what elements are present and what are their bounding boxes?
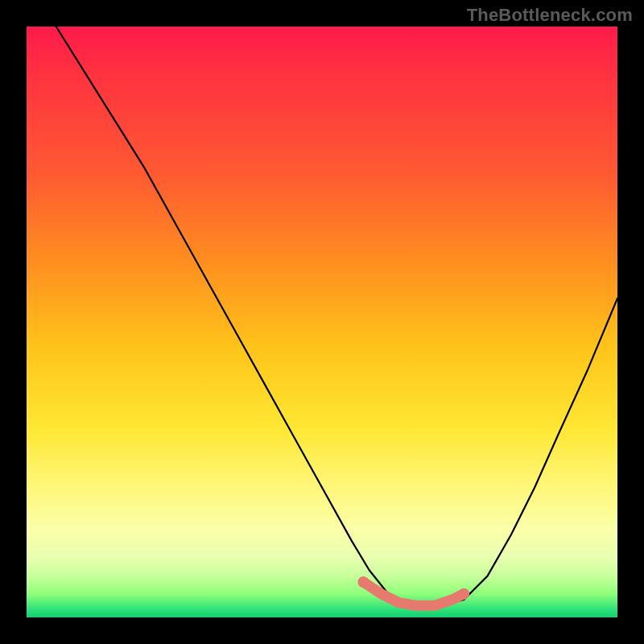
gradient-plot-area [27, 27, 617, 617]
chart-frame: TheBottleneck.com [0, 0, 644, 644]
watermark-text: TheBottleneck.com [467, 5, 633, 26]
bottleneck-curve [56, 27, 617, 605]
optimal-dot-right [458, 588, 469, 600]
optimal-dot-left [357, 576, 369, 588]
curve-svg [27, 27, 617, 617]
optimal-highlight [363, 582, 464, 605]
